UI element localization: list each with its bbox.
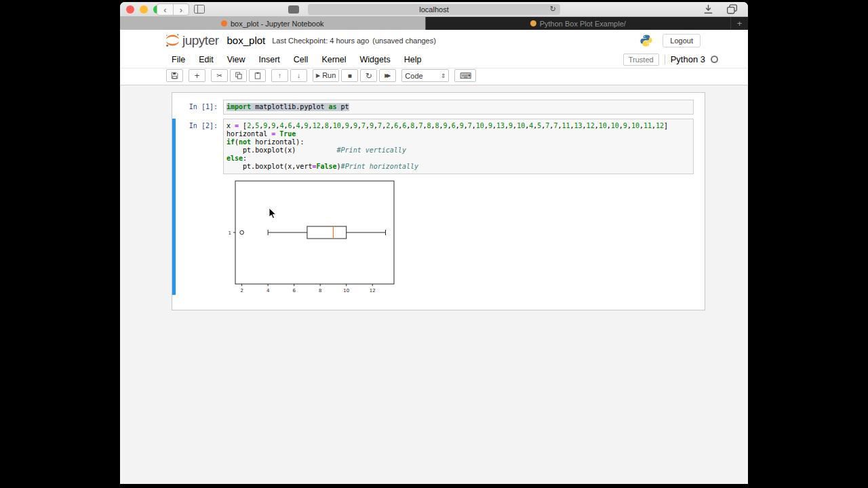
jupyter-logo-text: jupyter (182, 33, 219, 48)
menu-edit[interactable]: Edit (199, 55, 214, 64)
menu-cell[interactable]: Cell (294, 55, 309, 64)
move-cell-up-button[interactable]: ↑ (271, 69, 288, 82)
code-editor[interactable]: x = [2,5,9,9,4,6,4,9,12,8,10,9,9,7,9,7,2… (223, 119, 694, 174)
code-cell-1[interactable]: In [1]: import matplotlib.pyplot as pt (172, 100, 705, 115)
new-tab-button[interactable]: + (730, 17, 748, 30)
downloads-button[interactable] (703, 4, 714, 15)
trusted-badge[interactable]: Trusted (623, 54, 659, 66)
browser-titlebar: ‹ › localhost ↻ (120, 2, 748, 17)
menu-insert[interactable]: Insert (259, 55, 280, 64)
toolbar-group-run: ▶ Run ■ ↻ ▶▶ (313, 69, 396, 82)
interrupt-kernel-button[interactable]: ■ (341, 69, 358, 82)
notebook-title[interactable]: box_plot (227, 35, 266, 46)
jupyter-favicon (221, 20, 227, 26)
cut-icon: ✂ (216, 73, 222, 79)
boxplot-figure: 246810121 (223, 180, 401, 295)
output-prompt (176, 180, 223, 295)
paste-icon (254, 72, 261, 79)
svg-text:12: 12 (370, 288, 376, 293)
toolbar-group-palette: ⌨ (454, 69, 476, 82)
cell-input-row: In [1]: import matplotlib.pyplot as pt (176, 100, 705, 115)
notebook-container: In [1]: import matplotlib.pyplot as pt I… (172, 92, 705, 310)
menu-file[interactable]: File (172, 55, 185, 64)
toolbar-group-save (166, 69, 183, 82)
toolbar-group-insert: + (189, 69, 205, 82)
plus-icon: + (737, 18, 743, 28)
save-button[interactable] (166, 69, 183, 82)
save-icon (171, 72, 178, 79)
menu-help[interactable]: Help (404, 55, 422, 64)
menu-view[interactable]: View (227, 55, 245, 64)
input-prompt: In [2]: (176, 119, 223, 174)
jupyter-logo-icon (165, 33, 180, 48)
restart-run-all-button[interactable]: ▶▶ (379, 69, 396, 82)
divider (665, 55, 665, 64)
copy-icon (235, 72, 242, 79)
code-editor[interactable]: import matplotlib.pyplot as pt (223, 100, 694, 115)
run-label: Run (322, 72, 336, 79)
fast-forward-icon: ▶▶ (384, 73, 391, 79)
unsaved-changes-status: (unsaved changes) (372, 37, 436, 45)
paste-cell-button[interactable] (249, 69, 266, 82)
forward-icon: › (180, 5, 182, 14)
move-cell-down-button[interactable]: ↓ (290, 69, 307, 82)
svg-text:8: 8 (319, 288, 321, 293)
cell-type-value: Code (405, 72, 422, 80)
select-caret-icon: ⇕ (441, 73, 446, 79)
copy-cell-button[interactable] (230, 69, 247, 82)
add-cell-button[interactable]: + (189, 69, 205, 82)
back-icon: ‹ (163, 5, 166, 14)
svg-text:4: 4 (267, 288, 270, 293)
back-button[interactable]: ‹ (157, 4, 173, 15)
close-window-button[interactable] (126, 5, 134, 14)
jupyter-header: jupyter box_plot Last Checkpoint: 4 hour… (120, 30, 748, 51)
tab-overview-button[interactable] (726, 4, 738, 15)
restart-kernel-button[interactable]: ↻ (360, 69, 377, 82)
toolbar-group-move: ↑ ↓ (271, 69, 307, 82)
browser-tab-bar: box_plot - Jupyter Notebook Python Box P… (120, 17, 748, 30)
tab-python-boxplot-example[interactable]: Python Box Plot Example/ (426, 17, 731, 30)
jupyter-logo[interactable]: jupyter (165, 33, 219, 48)
reload-icon[interactable]: ↻ (550, 5, 556, 14)
sidebar-icon (194, 5, 205, 14)
keyboard-icon: ⌨ (460, 72, 471, 80)
notebook-toolbar: + ✂ ↑ ↓ ▶ Run (120, 68, 748, 85)
notebook-scroll-area[interactable]: In [1]: import matplotlib.pyplot as pt I… (120, 85, 748, 484)
svg-text:1: 1 (229, 230, 231, 236)
address-bar[interactable]: localhost ↻ (308, 4, 560, 15)
checkpoint-status: Last Checkpoint: 4 hours ago (272, 37, 369, 45)
shield-icon[interactable] (288, 5, 299, 14)
menu-widgets[interactable]: Widgets (360, 55, 391, 64)
svg-text:2: 2 (240, 288, 243, 293)
code-cell-2[interactable]: In [2]: x = [2,5,9,9,4,6,4,9,12,8,10,9,9… (172, 119, 705, 295)
tab-title: Python Box Plot Example/ (540, 20, 626, 28)
cell-output-row: 246810121 (176, 180, 705, 295)
svg-text:10: 10 (343, 288, 349, 293)
menubar-right: Trusted Python 3 (623, 54, 718, 66)
cell-type-select[interactable]: Code ⇕ (401, 69, 449, 82)
stop-icon: ■ (348, 73, 352, 79)
arrow-down-icon: ↓ (297, 73, 300, 79)
minimize-window-button[interactable] (140, 5, 148, 14)
add-icon: + (195, 71, 200, 80)
sidebar-toggle-button[interactable] (192, 4, 207, 14)
toolbar-group-celltype: Code ⇕ (401, 69, 449, 82)
cut-cell-button[interactable]: ✂ (211, 69, 228, 82)
python-logo-icon (639, 34, 653, 47)
run-cell-button[interactable]: ▶ Run (313, 69, 339, 82)
toolbar-group-edit: ✂ (211, 69, 266, 82)
command-palette-button[interactable]: ⌨ (454, 69, 476, 82)
kernel-name: Python 3 (671, 54, 705, 64)
tab-jupyter-notebook[interactable]: box_plot - Jupyter Notebook (120, 17, 426, 30)
cell-input-row: In [2]: x = [2,5,9,9,4,6,4,9,12,8,10,9,9… (176, 119, 705, 174)
logout-button[interactable]: Logout (663, 34, 701, 47)
input-prompt: In [1]: (176, 100, 223, 115)
menu-kernel[interactable]: Kernel (321, 55, 346, 64)
restart-icon: ↻ (366, 72, 372, 80)
browser-nav-buttons: ‹ › (157, 3, 189, 16)
run-icon: ▶ (316, 73, 320, 79)
svg-text:6: 6 (292, 288, 296, 293)
tab-title: box_plot - Jupyter Notebook (231, 20, 324, 28)
forward-button[interactable]: › (173, 4, 189, 15)
arrow-up-icon: ↑ (278, 73, 281, 79)
